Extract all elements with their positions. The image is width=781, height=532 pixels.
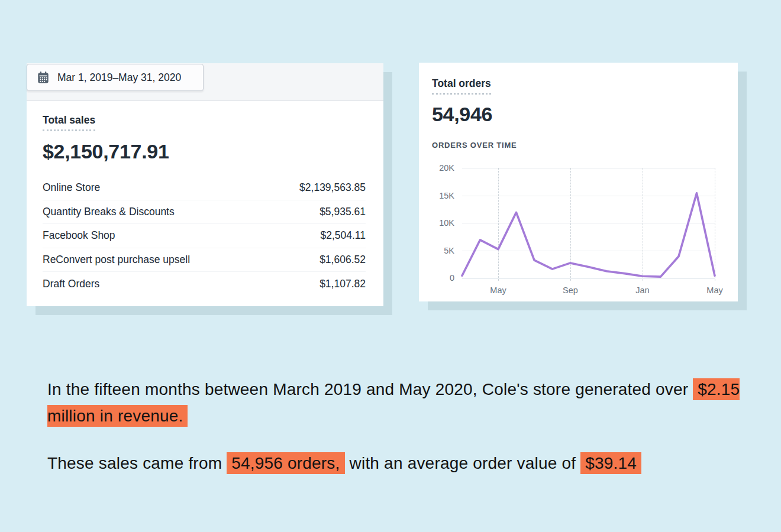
- sales-card-header: Mar 1, 2019–May 31, 2020: [27, 63, 383, 101]
- table-row: Draft Orders$1,107.82: [43, 272, 366, 296]
- total-sales-value: $2,150,717.91: [43, 140, 366, 163]
- sales-breakdown-list: Online Store$2,139,563.85Quantity Breaks…: [43, 176, 366, 296]
- row-label: Online Store: [43, 181, 100, 194]
- date-range-label: Mar 1, 2019–May 31, 2020: [57, 72, 181, 84]
- total-orders-title[interactable]: Total orders: [432, 77, 491, 95]
- row-label: Draft Orders: [43, 278, 99, 290]
- caption-paragraph-1: In the fifteen months between March 2019…: [47, 376, 746, 429]
- y-axis-tick-label: 20K: [439, 163, 454, 173]
- total-orders-value: 54,946: [432, 103, 738, 126]
- gridline-horizontal: [462, 278, 715, 278]
- gridline-vertical: [715, 168, 715, 281]
- total-sales-card: Mar 1, 2019–May 31, 2020 Total sales $2,…: [27, 63, 383, 306]
- highlight-orders: 54,956 orders,: [227, 452, 344, 474]
- orders-over-time-chart: 20K15K10K5K0MaySepJanMay: [462, 168, 715, 278]
- caption-text: These sales came from: [47, 454, 222, 472]
- table-row: Online Store$2,139,563.85: [43, 176, 366, 200]
- highlight-aov: $39.14: [580, 452, 641, 474]
- row-value: $1,606.52: [320, 254, 366, 266]
- orders-line-series: [462, 168, 715, 278]
- caption-text: with an average order value of: [350, 454, 576, 472]
- caption-block: In the fifteen months between March 2019…: [47, 376, 746, 476]
- caption-paragraph-2: These sales came from 54,956 orders, wit…: [47, 450, 746, 476]
- row-value: $1,107.82: [320, 278, 366, 290]
- total-sales-title[interactable]: Total sales: [43, 114, 95, 131]
- x-axis-tick-label: Sep: [563, 286, 578, 295]
- x-axis-tick-label: Jan: [635, 286, 649, 295]
- table-row: Quantity Breaks & Discounts$5,935.61: [43, 200, 366, 225]
- y-axis-tick-label: 5K: [444, 246, 454, 255]
- row-value: $2,139,563.85: [299, 181, 366, 194]
- calendar-icon: [37, 71, 50, 84]
- y-axis-tick-label: 10K: [439, 218, 454, 228]
- row-value: $2,504.11: [320, 229, 366, 242]
- y-axis-tick-label: 15K: [439, 191, 454, 200]
- canvas: { "colors": { "background": "#D7EDF4", "…: [0, 0, 781, 532]
- table-row: ReConvert post purchase upsell$1,606.52: [43, 248, 366, 273]
- date-range-button[interactable]: Mar 1, 2019–May 31, 2020: [27, 64, 204, 91]
- x-axis-tick-label: May: [490, 286, 506, 295]
- caption-text: In the fifteen months between March 2019…: [47, 380, 688, 398]
- row-label: ReConvert post purchase upsell: [43, 254, 190, 266]
- x-axis-tick-label: May: [706, 286, 722, 295]
- y-axis-tick-label: 0: [450, 273, 454, 283]
- row-label: Facebook Shop: [43, 229, 115, 242]
- total-orders-card: Total orders 54,946 ORDERS OVER TIME 20K…: [419, 63, 738, 301]
- row-label: Quantity Breaks & Discounts: [43, 206, 175, 218]
- table-row: Facebook Shop$2,504.11: [43, 224, 366, 248]
- orders-over-time-label: ORDERS OVER TIME: [432, 141, 738, 150]
- row-value: $5,935.61: [320, 206, 366, 218]
